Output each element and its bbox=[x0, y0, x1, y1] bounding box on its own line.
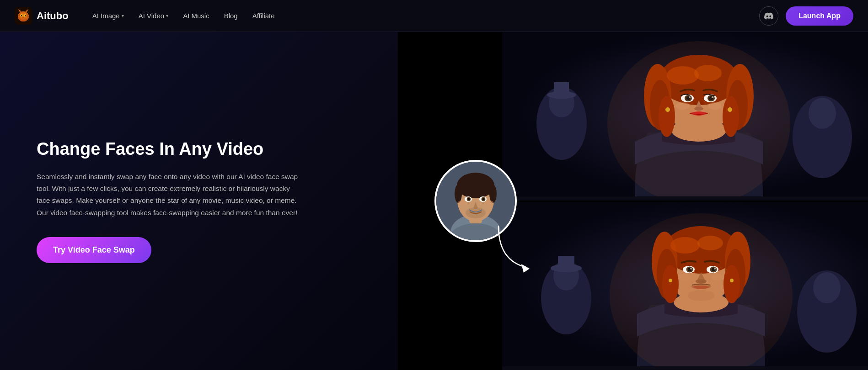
top-image-visual bbox=[502, 32, 868, 196]
svg-rect-68 bbox=[558, 256, 574, 270]
logo-text: Aitubo bbox=[37, 10, 69, 22]
face-circle-wrapper bbox=[434, 160, 517, 242]
svg-point-16 bbox=[455, 185, 462, 203]
logo[interactable]: Aitubo bbox=[15, 7, 69, 25]
hero-title: Change Faces In Any Video bbox=[37, 139, 302, 160]
svg-point-5 bbox=[21, 15, 22, 16]
svg-point-70 bbox=[813, 272, 841, 303]
svg-point-7 bbox=[22, 16, 24, 18]
nav-right: Launch App bbox=[759, 6, 853, 26]
svg-rect-15 bbox=[457, 185, 494, 195]
svg-rect-34 bbox=[554, 82, 569, 96]
launch-app-button[interactable]: Launch App bbox=[786, 6, 853, 26]
hero-section: Change Faces In Any Video Seamlessly and… bbox=[0, 32, 398, 370]
nav-left: Aitubo AI Image ▾ AI Video ▾ AI Music Bl… bbox=[15, 7, 280, 25]
discord-icon bbox=[764, 11, 773, 21]
try-video-face-swap-button[interactable]: Try Video Face Swap bbox=[37, 237, 151, 263]
svg-point-36 bbox=[809, 98, 836, 129]
nav-item-affiliate[interactable]: Affiliate bbox=[247, 8, 280, 23]
hero-visual bbox=[398, 32, 868, 370]
hero-text-block: Change Faces In Any Video Seamlessly and… bbox=[37, 139, 302, 263]
hero-description: Seamlessly and instantly swap any face o… bbox=[37, 171, 302, 219]
svg-point-25 bbox=[458, 201, 465, 205]
nav-links: AI Image ▾ AI Video ▾ AI Music Blog Affi… bbox=[87, 8, 280, 23]
nav-item-ai-video[interactable]: AI Video ▾ bbox=[133, 8, 174, 23]
nav-item-blog[interactable]: Blog bbox=[219, 8, 243, 23]
main-content: Change Faces In Any Video Seamlessly and… bbox=[0, 32, 868, 370]
svg-point-24 bbox=[466, 207, 486, 218]
svg-point-17 bbox=[489, 185, 497, 203]
svg-point-6 bbox=[25, 15, 26, 16]
svg-point-23 bbox=[482, 198, 485, 201]
original-video-frame bbox=[502, 32, 868, 202]
logo-icon bbox=[15, 7, 32, 25]
svg-point-22 bbox=[468, 198, 470, 201]
bottom-image-visual bbox=[502, 202, 868, 366]
navbar: Aitubo AI Image ▾ AI Video ▾ AI Music Bl… bbox=[0, 0, 868, 32]
swapped-video-frame bbox=[502, 202, 868, 370]
images-panel bbox=[502, 32, 868, 370]
source-face-image bbox=[436, 162, 515, 240]
svg-point-26 bbox=[486, 201, 493, 205]
nav-item-ai-music[interactable]: AI Music bbox=[177, 8, 215, 23]
discord-button[interactable] bbox=[759, 6, 778, 26]
face-circle bbox=[434, 160, 517, 242]
nav-item-ai-image[interactable]: AI Image ▾ bbox=[87, 8, 129, 23]
chevron-down-icon: ▾ bbox=[122, 13, 124, 18]
chevron-down-icon: ▾ bbox=[166, 13, 168, 18]
